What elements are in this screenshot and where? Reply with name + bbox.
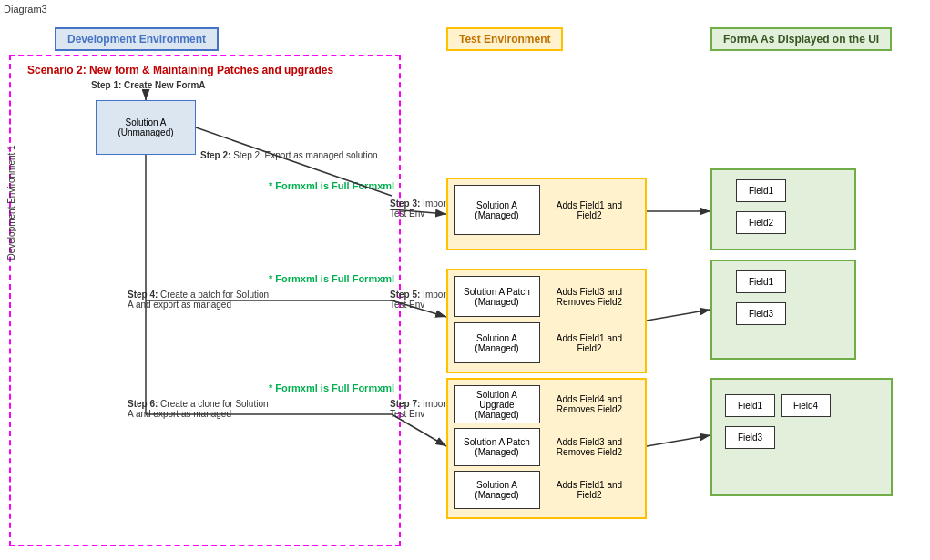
test-group-1: Solution A (Managed) Adds Field1 and Fie… xyxy=(446,178,647,250)
field3-2: Field3 xyxy=(725,426,775,449)
field1-3: Field1 xyxy=(725,394,775,417)
formxml-label-3: * Formxml is Full Formxml xyxy=(269,382,394,393)
test-group-2: Solution A Patch (Managed) Adds Field3 a… xyxy=(446,269,647,373)
dev-env-side-label: Development Environment 1 xyxy=(6,145,16,260)
adds-field1-field2-2: Adds Field1 and Field2 xyxy=(544,322,635,363)
forma-group-1: Field1 Field2 xyxy=(710,168,856,250)
solution-a-patch-managed-1: Solution A Patch (Managed) xyxy=(454,276,540,317)
field1-1: Field1 xyxy=(736,179,786,202)
forma-group-2: Field1 Field3 xyxy=(710,260,856,360)
col-dev-header: Development Environment xyxy=(55,27,219,51)
step6-label: Step 6: Create a clone for Solution A an… xyxy=(128,399,273,419)
solution-a-managed-1: Solution A (Managed) xyxy=(454,185,540,235)
adds-field3-removes-field2-2: Adds Field3 and Removes Field2 xyxy=(544,428,635,466)
col-test-header: Test Environment xyxy=(446,27,563,51)
formxml-label-2: * Formxml is Full Formxml xyxy=(269,273,394,284)
step4-label: Step 4: Create a patch for Solution A an… xyxy=(128,290,273,310)
formxml-label-1: * Formxml is Full Formxml xyxy=(269,180,394,191)
adds-field3-removes-field2-1: Adds Field3 and Removes Field2 xyxy=(544,276,635,317)
field3-1: Field3 xyxy=(736,302,786,325)
field4-1: Field4 xyxy=(781,394,831,417)
adds-field1-field2-1: Adds Field1 and Field2 xyxy=(544,185,635,235)
adds-field4-removes-field2: Adds Field4 and Removes Field2 xyxy=(544,385,635,423)
svg-line-7 xyxy=(647,310,710,321)
diagram-title: Diagram3 xyxy=(4,4,47,15)
svg-line-11 xyxy=(647,435,710,446)
step1-label: Step 1: Create New FormA xyxy=(91,80,206,90)
test-group-3: Solution A Upgrade (Managed) Adds Field4… xyxy=(446,378,647,519)
solution-a-managed-2: Solution A (Managed) xyxy=(454,322,540,363)
scenario-label: Scenario 2: New form & Maintaining Patch… xyxy=(27,64,333,76)
field1-2: Field1 xyxy=(736,270,786,293)
solution-a-patch-managed-2: Solution A Patch (Managed) xyxy=(454,428,540,466)
adds-field1-field2-3: Adds Field1 and Field2 xyxy=(544,471,635,509)
col-forma-header: FormA As Displayed on the UI xyxy=(710,27,892,51)
solution-a-unmanaged: Solution A (Unmanaged) xyxy=(96,100,196,155)
solution-a-upgrade-managed: Solution A Upgrade (Managed) xyxy=(454,385,540,423)
step2-label: Step 2: Step 2: Export as managed soluti… xyxy=(200,150,378,160)
field2-1: Field2 xyxy=(736,211,786,234)
forma-group-3: Field1 Field4 Field3 xyxy=(710,378,893,496)
solution-a-managed-3: Solution A (Managed) xyxy=(454,471,540,509)
